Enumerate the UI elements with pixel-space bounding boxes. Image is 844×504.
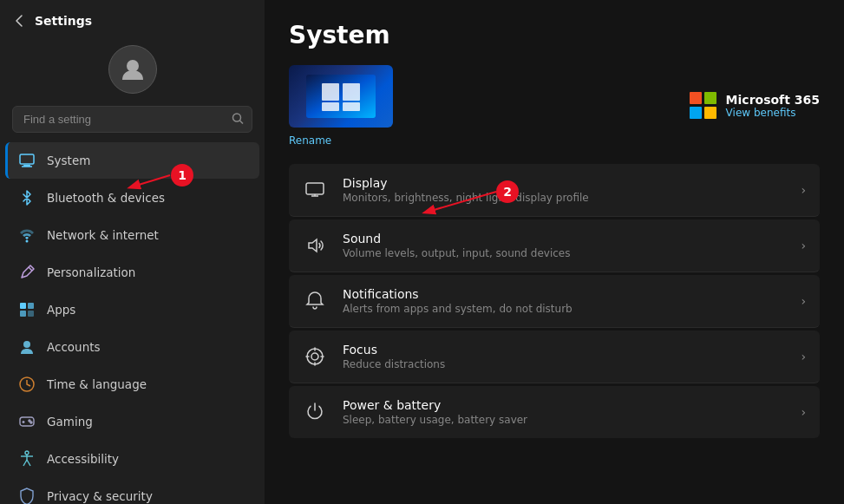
settings-item-display[interactable]: Display Monitors, brightness, night ligh… [289, 164, 820, 217]
notifications-title: Notifications [343, 287, 785, 301]
top-section: Rename Microsoft 365 View benefits [289, 65, 820, 147]
svg-rect-16 [20, 311, 26, 317]
svg-line-13 [29, 267, 32, 271]
sidebar-item-gaming-label: Gaming [47, 415, 93, 429]
display-title: Display [343, 176, 785, 190]
power-chevron-icon: › [801, 405, 806, 419]
svg-marker-38 [309, 239, 317, 252]
sidebar-item-personalization[interactable]: Personalization [5, 254, 259, 291]
ms365-logo [690, 92, 717, 120]
svg-rect-30 [306, 75, 376, 118]
accessibility-icon [17, 449, 36, 468]
svg-point-25 [25, 451, 29, 455]
svg-rect-33 [322, 102, 339, 111]
focus-icon [303, 344, 327, 369]
svg-rect-35 [306, 183, 324, 194]
settings-list: Display Monitors, brightness, night ligh… [289, 164, 820, 441]
svg-point-7 [233, 114, 241, 121]
ms365-title: Microsoft 365 [726, 93, 820, 107]
sidebar-item-network-label: Network & internet [47, 228, 159, 242]
ms365-info: Microsoft 365 View benefits [726, 93, 820, 119]
focus-chevron-icon: › [801, 350, 806, 363]
nav-list: System Bluetooth & devices Network & int… [0, 141, 265, 504]
sidebar-item-accessibility[interactable]: Accessibility [5, 441, 259, 477]
notifications-chevron-icon: › [801, 294, 806, 308]
personalization-icon [17, 263, 36, 282]
svg-point-18 [23, 341, 30, 348]
search-icon [232, 112, 244, 127]
notifications-icon [303, 289, 327, 313]
svg-rect-32 [343, 83, 360, 101]
privacy-icon [17, 487, 36, 504]
settings-item-focus[interactable]: Focus Reduce distractions › [289, 331, 820, 383]
svg-point-40 [311, 353, 318, 360]
sidebar-item-personalization-label: Personalization [47, 265, 135, 279]
power-title: Power & battery [343, 398, 785, 412]
accounts-icon [17, 337, 36, 357]
svg-rect-9 [20, 154, 34, 164]
focus-title: Focus [343, 343, 785, 357]
sidebar-item-gaming[interactable]: Gaming [5, 403, 259, 440]
sidebar-item-accessibility-label: Accessibility [47, 452, 119, 466]
focus-text: Focus Reduce distractions [343, 343, 785, 370]
notifications-text: Notifications Alerts from apps and syste… [343, 287, 785, 315]
avatar [108, 45, 157, 94]
sound-subtitle: Volume levels, output, input, sound devi… [343, 247, 785, 259]
svg-rect-14 [20, 303, 26, 309]
sound-icon [303, 233, 327, 258]
sidebar-item-privacy[interactable]: Privacy & security [5, 478, 259, 504]
svg-rect-15 [28, 303, 34, 309]
ms-logo-blue [690, 107, 702, 119]
sidebar-item-time-label: Time & language [47, 377, 147, 391]
display-icon [303, 178, 327, 202]
sidebar: Settings S [0, 0, 265, 504]
main-content: System [265, 0, 844, 504]
sound-title: Sound [343, 232, 785, 245]
ms365-card: Microsoft 365 View benefits [690, 92, 820, 120]
sidebar-item-system[interactable]: System [5, 142, 259, 179]
settings-item-sound[interactable]: Sound Volume levels, output, input, soun… [289, 219, 820, 272]
search-box [12, 106, 252, 133]
sidebar-item-bluetooth-label: Bluetooth & devices [47, 191, 165, 205]
system-icon [17, 151, 36, 170]
svg-line-8 [240, 121, 244, 124]
device-card [289, 65, 393, 128]
display-chevron-icon: › [801, 183, 806, 197]
ms-logo-yellow [704, 107, 716, 119]
search-input[interactable] [12, 106, 252, 133]
user-avatar-area [0, 36, 265, 106]
sidebar-item-network[interactable]: Network & internet [5, 217, 259, 253]
svg-line-29 [27, 460, 30, 466]
page-title: System [289, 21, 820, 49]
sidebar-item-bluetooth[interactable]: Bluetooth & devices [5, 180, 259, 216]
settings-item-notifications[interactable]: Notifications Alerts from apps and syste… [289, 275, 820, 328]
power-icon [303, 400, 327, 424]
sidebar-item-apps-label: Apps [47, 303, 75, 317]
sidebar-item-accounts-label: Accounts [47, 340, 101, 354]
rename-link[interactable]: Rename [289, 134, 331, 147]
display-text: Display Monitors, brightness, night ligh… [343, 176, 785, 204]
back-button[interactable] [12, 14, 26, 28]
gaming-icon [17, 412, 36, 431]
svg-rect-31 [322, 83, 339, 101]
sound-chevron-icon: › [801, 239, 806, 252]
svg-line-28 [23, 460, 27, 466]
sidebar-item-time[interactable]: Time & language [5, 366, 259, 403]
network-icon [17, 226, 36, 245]
svg-point-23 [29, 420, 30, 422]
power-text: Power & battery Sleep, battery usage, ba… [343, 398, 785, 426]
svg-point-24 [30, 422, 32, 423]
time-icon [17, 375, 36, 394]
sidebar-item-accounts[interactable]: Accounts [5, 329, 259, 365]
focus-subtitle: Reduce distractions [343, 358, 785, 370]
sidebar-item-system-label: System [47, 154, 90, 167]
sidebar-item-privacy-label: Privacy & security [47, 489, 153, 503]
notifications-subtitle: Alerts from apps and system, do not dist… [343, 303, 785, 315]
app-title: Settings [35, 14, 92, 28]
sound-text: Sound Volume levels, output, input, soun… [343, 232, 785, 259]
power-subtitle: Sleep, battery usage, battery saver [343, 414, 785, 426]
ms365-benefits-link[interactable]: View benefits [726, 107, 820, 119]
ms-logo-red [690, 92, 702, 104]
sidebar-item-apps[interactable]: Apps [5, 291, 259, 328]
settings-item-power[interactable]: Power & battery Sleep, battery usage, ba… [289, 386, 820, 438]
